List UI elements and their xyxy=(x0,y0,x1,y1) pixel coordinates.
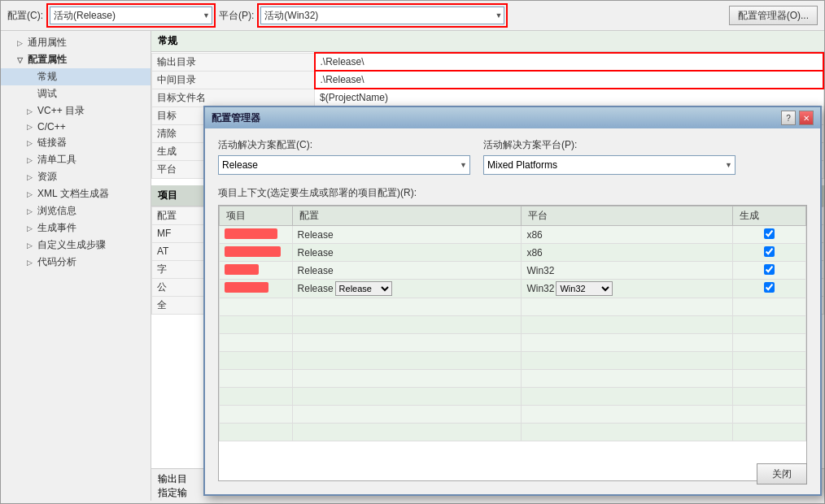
platform-cell: x86 xyxy=(522,244,733,262)
row-platform-select[interactable]: Win32 xyxy=(556,281,613,296)
dialog-title: 配置管理器 xyxy=(212,111,260,125)
expand-icon: ▷ xyxy=(27,107,35,115)
sidebar-item-custom-build[interactable]: ▷ 自定义生成步骤 xyxy=(1,237,151,254)
platform-value: 活动(Win32) xyxy=(264,9,318,23)
prop-value[interactable]: .\Release\ xyxy=(315,53,824,71)
sidebar-item-label: 资源 xyxy=(37,170,57,184)
build-cell[interactable] xyxy=(733,280,806,298)
expand-icon: ▷ xyxy=(27,241,35,250)
config-cell: Release xyxy=(292,244,522,262)
col-platform: 平台 xyxy=(522,206,733,226)
sidebar-item-label: 代码分析 xyxy=(37,255,76,269)
table-row: 目标文件名 $(ProjectName) xyxy=(152,89,824,106)
prop-value[interactable]: .\Release\ xyxy=(315,71,824,89)
table-row: Release Win32 xyxy=(220,262,806,280)
config-cell: Release xyxy=(292,226,522,244)
config-combo-arrow: ▼ xyxy=(203,11,210,20)
table-row: Release x86 xyxy=(220,226,806,244)
sidebar-item-label: 自定义生成步骤 xyxy=(37,238,106,252)
dialog-dropdowns: 活动解决方案配置(C): Release ▼ 活动解决方案平台(P): Mixe… xyxy=(218,138,807,175)
active-config-group: 活动解决方案配置(C): Release ▼ xyxy=(218,138,470,175)
config-cell[interactable]: Release Release xyxy=(292,280,522,298)
table-row: 输出目录 .\Release\ xyxy=(152,53,824,71)
prop-toolbar: 配置(C): 活动(Release) ▼ 平台(P): 活动(Win32) ▼ … xyxy=(1,1,824,31)
dialog-close-button[interactable]: ✕ xyxy=(799,111,814,125)
close-button[interactable]: 关闭 xyxy=(757,463,807,484)
dialog-help-button[interactable]: ? xyxy=(781,111,796,125)
sidebar-item-xml-doc[interactable]: ▷ XML 文档生成器 xyxy=(1,185,151,202)
platform-combo-arrow: ▼ xyxy=(495,11,502,20)
sidebar-item-config-props[interactable]: ▽ 配置属性 xyxy=(1,51,151,68)
sidebar-item-label: 清单工具 xyxy=(37,153,76,167)
sidebar-item-cpp[interactable]: ▷ C/C++ xyxy=(1,119,151,134)
build-checkbox[interactable] xyxy=(764,264,775,275)
platform-combo[interactable]: 活动(Win32) ▼ xyxy=(260,7,504,24)
table-row-empty xyxy=(220,424,806,441)
sidebar-item-general[interactable]: 常规 xyxy=(1,68,151,85)
sidebar-item-label: 配置属性 xyxy=(28,53,67,67)
expand-icon: ▷ xyxy=(27,139,35,147)
expand-icon: ▽ xyxy=(17,56,25,64)
build-cell[interactable] xyxy=(733,226,806,244)
table-row: Release Release Win32 Win32 xyxy=(220,280,806,298)
sidebar-item-debug[interactable]: 调试 xyxy=(1,85,151,102)
sidebar-item-browse[interactable]: ▷ 浏览信息 xyxy=(1,202,151,219)
table-row-empty xyxy=(220,388,806,406)
table-row-empty xyxy=(220,370,806,388)
build-cell[interactable] xyxy=(733,262,806,280)
active-platform-select[interactable]: Mixed Platforms xyxy=(483,155,736,175)
table-row-empty xyxy=(220,334,806,352)
sidebar-item-label: 生成事件 xyxy=(37,221,76,235)
sidebar-item-build-events[interactable]: ▷ 生成事件 xyxy=(1,219,151,237)
sidebar-item-label: 常规 xyxy=(37,70,57,84)
sidebar-item-label: 通用属性 xyxy=(28,36,67,50)
sidebar-item-label: XML 文档生成器 xyxy=(37,187,109,201)
platform-value-text: Win32 xyxy=(526,283,554,294)
sidebar-item-vc-dirs[interactable]: ▷ VC++ 目录 xyxy=(1,102,151,119)
config-value-text: Release xyxy=(298,283,334,294)
table-row: Release x86 xyxy=(220,244,806,262)
project-name-cell xyxy=(220,226,293,244)
expand-icon: ▷ xyxy=(27,173,35,181)
sidebar-item-label: 浏览信息 xyxy=(37,204,76,218)
active-config-label: 活动解决方案配置(C): xyxy=(218,138,470,152)
platform-cell[interactable]: Win32 Win32 xyxy=(522,280,733,298)
prop-sidebar: ▷ 通用属性 ▽ 配置属性 常规 调试 ▷ VC++ 目录 ▷ C/C++ xyxy=(1,31,151,501)
platform-label: 平台(P): xyxy=(219,9,254,23)
sidebar-item-label: C/C++ xyxy=(37,121,66,133)
sidebar-item-label: VC++ 目录 xyxy=(37,104,85,118)
table-row-empty xyxy=(220,298,806,316)
expand-icon: ▷ xyxy=(27,259,35,267)
sidebar-item-resource[interactable]: ▷ 资源 xyxy=(1,168,151,185)
sidebar-item-manifest[interactable]: ▷ 清单工具 xyxy=(1,151,151,168)
build-checkbox[interactable] xyxy=(764,246,775,257)
active-config-select[interactable]: Release xyxy=(218,155,470,175)
config-label: 配置(C): xyxy=(7,9,43,23)
dialog-body: 活动解决方案配置(C): Release ▼ 活动解决方案平台(P): Mixe… xyxy=(205,128,820,491)
col-build: 生成 xyxy=(733,206,806,226)
platform-select-wrapper: Win32 Win32 xyxy=(526,281,727,296)
project-table-wrapper[interactable]: 项目 配置 平台 生成 Release x86 xyxy=(218,205,807,481)
dialog-titlebar: 配置管理器 ? ✕ xyxy=(205,107,820,128)
sidebar-item-general-props[interactable]: ▷ 通用属性 xyxy=(1,34,151,51)
expand-icon: ▷ xyxy=(27,207,35,215)
config-combo[interactable]: 活动(Release) ▼ xyxy=(50,7,212,24)
build-checkbox[interactable] xyxy=(764,228,775,239)
dialog-footer: 关闭 xyxy=(757,463,807,484)
table-row-empty xyxy=(220,406,806,424)
col-config: 配置 xyxy=(292,206,522,226)
build-checkbox[interactable] xyxy=(764,282,775,293)
config-manager-dialog: 配置管理器 ? ✕ 活动解决方案配置(C): Release ▼ 活动解决方案平… xyxy=(203,106,822,496)
active-config-select-wrapper: Release ▼ xyxy=(218,155,470,175)
build-cell[interactable] xyxy=(733,244,806,262)
config-manager-button[interactable]: 配置管理器(O)... xyxy=(729,6,818,25)
sidebar-item-code-analysis[interactable]: ▷ 代码分析 xyxy=(1,254,151,271)
sidebar-item-linker[interactable]: ▷ 链接器 xyxy=(1,134,151,151)
row-config-select[interactable]: Release xyxy=(335,281,392,296)
active-platform-select-wrapper: Mixed Platforms ▼ xyxy=(483,155,736,175)
table-row: 中间目录 .\Release\ xyxy=(152,71,824,89)
col-project: 项目 xyxy=(220,206,293,226)
prop-value[interactable]: $(ProjectName) xyxy=(315,89,824,106)
dialog-title-buttons: ? ✕ xyxy=(781,111,814,125)
project-name-cell xyxy=(220,262,293,280)
